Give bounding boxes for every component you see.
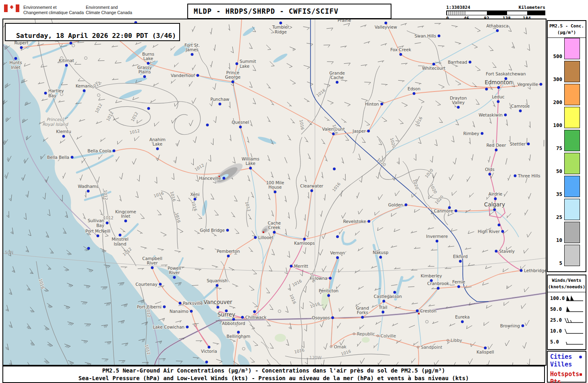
wind-speed-row: 100.0 [548,293,586,304]
city-dot [367,130,370,132]
isobar-label: 1016 [294,348,305,354]
hotspots-label-fr: Pts chauds [550,378,583,383]
city-dot [504,114,507,116]
city-dot [44,92,47,94]
pm25-level-row: 75 [548,131,586,151]
city-dot [216,284,218,287]
pm25-level-row: 300 [548,62,586,82]
city-label: DraytonValley [450,96,467,105]
city-dot [236,62,238,65]
city-dot [217,306,219,308]
city-label: Kemano [76,83,93,88]
town-label: Colville [381,333,396,338]
scale-segment [447,11,467,15]
city-dot [329,277,331,279]
city-dot [232,81,234,83]
city-dot [20,46,23,49]
pm25-level-row: 25 [548,200,586,220]
pm25-level-value: 35 [548,191,562,197]
city-dot [496,29,499,32]
city-dot [163,306,166,308]
city-dot [159,283,161,285]
cities-label-fr: Villes [550,361,572,368]
city-label: Nakusp [373,250,389,255]
city-dot [97,235,99,237]
city-dot [381,103,383,105]
city-dot-icon [579,356,582,358]
city-dot [485,88,488,90]
town-label: Republic [357,331,375,336]
pm25-color-swatch [564,84,580,105]
city-dot [241,316,244,318]
city-label: Leduc [492,94,504,99]
city-dot [303,238,306,240]
city-label: Port McNeill [85,229,110,233]
city-dot [527,143,530,145]
wind-speed-row: 50.0 [548,304,586,315]
pm25-color-swatch [564,61,580,82]
city-label: Abbotsford [222,321,245,326]
city-dot [191,53,193,56]
city-dot [393,291,396,293]
wind-speed-value: 25.0 [548,317,564,323]
isobar-label: 1012 [103,216,113,220]
city-label: Cranbrook [427,281,449,286]
wind-speed-value: 10.0 [548,328,564,334]
city-label: Red Deer [487,143,506,148]
city-dot [156,148,159,150]
city-dot [497,86,500,89]
pm25-color-swatch [564,199,580,220]
isobar-label: 1012 [103,190,108,200]
city-dot [361,316,364,318]
city-label: Airdrie [489,192,503,196]
town-label: Omak [334,344,347,349]
hotspot-square-icon [580,373,582,376]
pm25-color-swatch [564,222,580,243]
city-label: PowellRiver [168,266,181,275]
pm25-level-row: 100 [548,108,586,128]
divider [548,292,586,292]
city-label: MinstrelIsland [112,237,128,246]
city-dot [143,75,146,78]
city-label: Fort Saskatchewan [486,71,526,76]
canada-flag-icon [4,4,19,12]
city-dot [206,124,209,126]
org-name-en: Environment andClimate Change Canada [86,5,132,15]
pm25-level-value: 500 [548,53,562,59]
wind-barb-icon [564,293,584,304]
city-dot [311,189,313,192]
city-dot [519,110,522,112]
city-dot [253,310,256,313]
city-label: HuntsInlet [10,60,22,70]
city-label: Parksville [183,301,203,306]
town-label: Sandpoint [421,345,442,350]
caption-box: PM2.5 Near-Ground Air Concentrations (µg… [2,366,545,383]
city-label: Merritt [294,264,308,269]
city-label: Rimbey [463,131,479,136]
pm25-level-row: 5 [548,246,586,266]
city-dot [438,35,440,37]
city-dot [290,265,292,267]
pm25-color-swatch [564,130,580,151]
city-label: Chilliwack [245,315,267,320]
city-dot [497,100,499,103]
timestamp: Saturday, 18 April 2026 22:00 PDT (3/46) [16,32,176,40]
city-dot [87,190,89,192]
city-dot [239,126,242,128]
city-label: Surrey [217,311,235,318]
city-dot [520,269,522,272]
city-label: KingcomeInlet [115,209,136,219]
isobar-label: 1016 [191,200,198,211]
city-dot [179,302,181,304]
city-dot [385,22,387,24]
town-label: Libby [451,338,462,343]
city-dot [205,361,208,363]
city-label: AnahimLake [149,137,166,147]
city-dot [379,256,382,258]
city-dot [226,229,229,231]
pm25-color-swatch [564,245,580,266]
pm25-level-value: 100 [548,122,562,128]
city-dot [433,63,435,65]
wind-barb-icon [564,337,584,348]
city-dot [498,224,500,226]
